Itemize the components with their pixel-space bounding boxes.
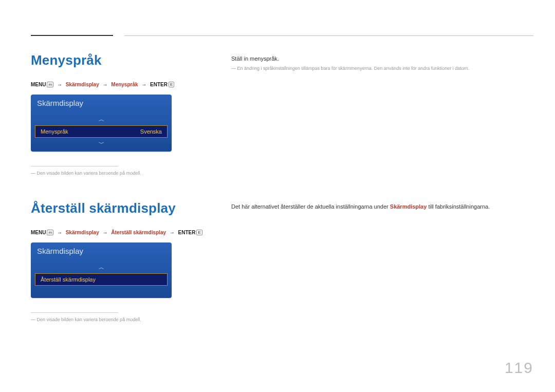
enter-icon: E	[169, 82, 174, 87]
page: Menyspråk MENUm → Skärmdisplay → Menyspr…	[0, 0, 555, 392]
breadcrumb-enter: ENTER	[178, 230, 196, 235]
breadcrumb-menu: MENU	[31, 82, 46, 87]
section-menysprak: Menyspråk MENUm → Skärmdisplay → Menyspr…	[31, 52, 533, 177]
breadcrumb-step: Menyspråk	[111, 82, 138, 87]
section-title: Menyspråk	[31, 52, 206, 68]
osd-selected-row: Återställ skärmdisplay	[35, 273, 168, 286]
body-pre: Det här alternativet återställer de aktu…	[231, 203, 390, 210]
osd-selected-row: Menyspråk Svenska	[35, 125, 168, 138]
osd-panel: Skärmdisplay ︿ Menyspråk Svenska ﹀	[31, 95, 172, 152]
breadcrumb-step: Återställ skärmdisplay	[111, 230, 166, 235]
section-title: Återställ skärmdisplay	[31, 200, 206, 216]
osd-row-label: Återställ skärmdisplay	[41, 276, 96, 283]
header-rule-thick	[31, 35, 113, 36]
chevron-up-icon: ︿	[31, 117, 172, 125]
menu-icon: m	[47, 82, 53, 87]
body-post: till fabriksinställningarna.	[427, 203, 490, 210]
osd-row-value: Svenska	[140, 128, 162, 135]
arrow-icon: →	[170, 230, 175, 235]
osd-header: Skärmdisplay	[31, 242, 172, 265]
breadcrumb-step: Skärmdisplay	[66, 230, 99, 235]
osd-panel: Skärmdisplay ︿ Återställ skärmdisplay	[31, 242, 172, 298]
arrow-icon: →	[103, 82, 108, 87]
breadcrumb-step: Skärmdisplay	[66, 82, 99, 87]
osd-row-label: Menyspråk	[41, 128, 68, 135]
arrow-icon: →	[141, 82, 146, 87]
page-number: 119	[505, 359, 533, 377]
footnote-rule	[31, 312, 118, 313]
left-column: Menyspråk MENUm → Skärmdisplay → Menyspr…	[31, 52, 206, 177]
enter-icon: E	[196, 230, 202, 235]
right-column: Ställ in menyspråk. En ändring i språkin…	[231, 52, 533, 177]
footnote: Den visade bilden kan variera beroende p…	[31, 171, 206, 177]
right-column: Det här alternativet återställer de aktu…	[231, 200, 533, 323]
breadcrumb-menu: MENU	[31, 230, 46, 235]
footnote-rule	[31, 166, 118, 166]
osd-header: Skärmdisplay	[31, 95, 172, 117]
chevron-up-icon: ︿	[31, 265, 172, 273]
footnote: Den visade bilden kan variera beroende p…	[31, 317, 206, 323]
body-text: Ställ in menyspråk.	[231, 54, 533, 63]
section-aterstall: Återställ skärmdisplay MENUm → Skärmdisp…	[31, 200, 533, 323]
arrow-icon: →	[57, 230, 62, 235]
chevron-down-icon: ﹀	[31, 138, 172, 152]
breadcrumb: MENUm → Skärmdisplay → Återställ skärmdi…	[31, 230, 206, 235]
breadcrumb-enter: ENTER	[150, 82, 168, 87]
arrow-icon: →	[103, 230, 108, 235]
menu-icon: m	[47, 230, 53, 235]
body-emph: Skärmdisplay	[390, 203, 427, 210]
left-column: Återställ skärmdisplay MENUm → Skärmdisp…	[31, 200, 206, 323]
body-text: Det här alternativet återställer de aktu…	[231, 202, 533, 211]
osd-padding	[31, 286, 172, 298]
body-note: En ändring i språkinställningen tillämpa…	[231, 65, 533, 72]
header-rule-thin	[124, 35, 533, 36]
breadcrumb: MENUm → Skärmdisplay → Menyspråk → ENTER…	[31, 82, 206, 87]
arrow-icon: →	[57, 82, 62, 87]
